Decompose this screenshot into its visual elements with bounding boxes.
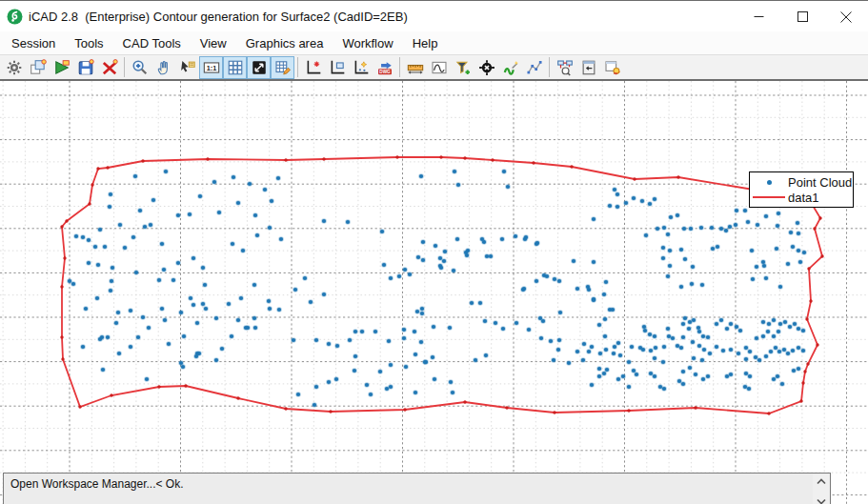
close-icon [840, 11, 852, 23]
edit-table-icon [274, 59, 292, 76]
status-scrollbar [813, 474, 829, 504]
menu-session[interactable]: Session [2, 33, 65, 53]
pick-point-icon [179, 59, 196, 76]
pan-hand-icon [155, 59, 172, 76]
plot-annotate-icon [353, 59, 370, 76]
legend-label-data1: data1 [788, 191, 819, 205]
window-title: iCAD 2.8 (Enterprise) Contour generation… [29, 10, 408, 24]
menu-cad-tools[interactable]: CAD Tools [113, 33, 191, 53]
menu-view[interactable]: View [191, 33, 236, 53]
toolbar-separator [549, 57, 550, 77]
new-plot-button[interactable] [301, 56, 325, 79]
app-logo-icon [7, 9, 23, 25]
delete-icon [101, 59, 118, 76]
status-message: Open Workspace Manager...< Ok. [10, 477, 184, 491]
graphics-area[interactable]: Point Cloud data1 [0, 81, 868, 504]
fit-view-toggle[interactable] [247, 56, 271, 79]
save-icon [77, 59, 94, 76]
export-dwg-icon: DWG [376, 59, 394, 76]
filter-add-icon [454, 59, 472, 76]
curve-window-button[interactable] [427, 56, 451, 79]
zoom-in-button[interactable] [128, 56, 151, 79]
toolbar-separator [297, 57, 298, 77]
toolbar-separator [124, 57, 125, 77]
delete-session-button[interactable] [97, 56, 121, 79]
pan-button[interactable] [151, 56, 175, 79]
point-cloud [68, 170, 806, 407]
menu-workflow[interactable]: Workflow [333, 33, 402, 53]
toolbar: 1:1 DWG [0, 54, 868, 81]
plot-window-icon [329, 59, 346, 76]
scale-1-1-toggle[interactable]: 1:1 [199, 56, 223, 79]
minimize-button[interactable] [737, 2, 780, 31]
plot-annotate-button[interactable] [349, 56, 373, 79]
edit-table-toggle[interactable] [271, 56, 294, 79]
plot-window-button[interactable] [325, 56, 349, 79]
measure-icon [407, 59, 424, 76]
status-bar: Open Workspace Manager...< Ok. [3, 473, 831, 504]
open-session-button[interactable] [50, 56, 73, 79]
display-dialog-button[interactable] [576, 56, 600, 79]
maximize-icon [797, 11, 808, 22]
legend-point-marker [750, 180, 788, 185]
smooth-curve-icon [502, 59, 519, 76]
measure-button[interactable] [403, 56, 427, 79]
minimize-icon [754, 11, 764, 22]
grid-toggle[interactable] [223, 56, 247, 79]
fit-view-icon [251, 59, 268, 76]
maximize-button[interactable] [780, 2, 824, 31]
app-window: iCAD 2.8 (Enterprise) Contour generation… [0, 0, 868, 504]
menu-tools[interactable]: Tools [65, 33, 112, 53]
grid-icon [227, 59, 244, 76]
legend-entry-data1: data1 [750, 190, 853, 205]
workspace-manager-button[interactable] [600, 56, 624, 79]
polyline-points-button[interactable] [522, 56, 546, 79]
menu-graphics-area[interactable]: Graphics area [236, 33, 333, 53]
filter-add-button[interactable] [451, 56, 474, 79]
workspace-manager-icon [604, 59, 621, 76]
open-session-icon [53, 59, 71, 76]
new-workspace-button[interactable] [26, 56, 50, 79]
new-plot-icon [305, 59, 322, 76]
pick-point-button[interactable] [175, 56, 199, 79]
window-controls [737, 2, 868, 31]
snap-target-button[interactable] [474, 56, 498, 79]
legend-label-point-cloud: Point Cloud [788, 175, 852, 190]
save-session-button[interactable] [73, 56, 97, 79]
workflow-manager-button[interactable] [553, 56, 576, 79]
menu-bar: SessionToolsCAD ToolsViewGraphics areaWo… [0, 31, 868, 54]
scale-1-1-icon: 1:1 [203, 59, 220, 76]
display-dialog-icon [580, 59, 597, 76]
svg-text:DWG: DWG [379, 70, 391, 74]
snap-target-icon [478, 59, 495, 76]
workflow-manager-icon [556, 59, 574, 76]
settings-button[interactable] [2, 56, 26, 79]
settings-icon [6, 59, 23, 76]
grid-lines [0, 81, 868, 504]
scroll-down-icon[interactable] [817, 498, 826, 504]
svg-text:1:1: 1:1 [206, 63, 216, 71]
scroll-up-icon[interactable] [817, 478, 826, 485]
legend-line-marker [750, 196, 788, 198]
curve-window-icon [431, 59, 448, 76]
export-dwg-button[interactable]: DWG [373, 56, 396, 79]
smooth-curve-button[interactable] [498, 56, 522, 79]
menu-help[interactable]: Help [403, 33, 448, 53]
toolbar-separator [399, 57, 400, 77]
plot-canvas [0, 81, 868, 504]
legend: Point Cloud data1 [749, 171, 854, 208]
close-button[interactable] [824, 2, 868, 31]
polyline-points-icon [526, 59, 543, 76]
legend-entry-point-cloud: Point Cloud [750, 174, 853, 190]
zoom-in-icon [131, 59, 149, 76]
title-bar: iCAD 2.8 (Enterprise) Contour generation… [0, 2, 868, 32]
new-workspace-icon [30, 59, 47, 76]
